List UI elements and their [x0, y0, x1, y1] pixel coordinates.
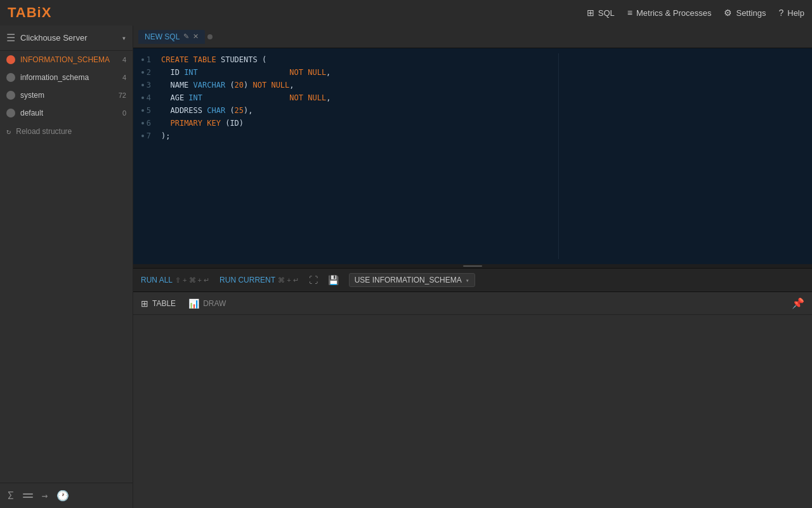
db-name: INFORMATION_SCHEMA — [20, 55, 117, 64]
db-count: 4 — [122, 56, 126, 64]
line-num-3: 3 — [138, 79, 151, 91]
tab-label: NEW SQL — [145, 32, 180, 41]
sidebar-server-header[interactable]: ☰ Clickhouse Server ▾ — [0, 25, 133, 51]
db-item-default[interactable]: default 0 — [0, 104, 133, 122]
db-icon — [6, 109, 15, 117]
run-all-button[interactable]: RUN ALL ⇧ + ⌘ + ↵ — [141, 276, 209, 284]
editor-right-panel — [558, 53, 812, 259]
pin-icon[interactable]: 📌 — [792, 297, 804, 309]
content-area: NEW SQL ✎ ✕ 1 2 3 4 5 6 7 CREATE TABLE S… — [133, 25, 812, 508]
sidebar-bottom-bar: Σ → 🕐 — [0, 483, 133, 508]
db-name: system — [20, 91, 114, 100]
line-num-5: 5 — [138, 104, 151, 117]
db-count: 0 — [122, 109, 126, 117]
db-icon — [6, 55, 15, 64]
sidebar: ☰ Clickhouse Server ▾ INFORMATION_SCHEMA… — [0, 25, 133, 508]
help-icon: ? — [778, 8, 783, 18]
line-num-6: 6 — [138, 117, 151, 130]
tab-new-sql[interactable]: NEW SQL ✎ ✕ — [138, 30, 205, 44]
sql-button[interactable]: ⊞ SQL — [587, 8, 615, 18]
chevron-down-icon: ▾ — [122, 34, 126, 43]
db-icon — [6, 91, 15, 100]
chart-icon: 📊 — [188, 298, 199, 309]
settings-label: Settings — [736, 8, 766, 18]
reload-structure-button[interactable]: ↻ Reload structure — [0, 122, 133, 141]
table-icon: ⊞ — [141, 298, 148, 309]
db-selector[interactable]: USE INFORMATION_SCHEMA ▾ — [349, 273, 475, 287]
sql-icon: ⊞ — [587, 8, 594, 18]
history-icon[interactable]: 🕐 — [56, 490, 69, 502]
reload-label: Reload structure — [16, 127, 72, 136]
run-all-label: RUN ALL — [141, 276, 173, 284]
sigma-icon[interactable]: Σ — [8, 490, 14, 502]
toolbar: RUN ALL ⇧ + ⌘ + ↵ RUN CURRENT ⌘ + ↵ ⛶ 💾 … — [133, 268, 812, 292]
db-count: 4 — [122, 74, 126, 81]
line-num-1: 1 — [138, 53, 151, 66]
settings-button[interactable]: ⚙ Settings — [724, 8, 766, 18]
result-tab-draw[interactable]: 📊 DRAW — [188, 298, 226, 309]
line-num-7: 7 — [138, 130, 151, 142]
db-icon — [6, 73, 15, 82]
topbar: TABiX ⊞ SQL ≡ Metrics & Processes ⚙ Sett… — [0, 0, 812, 25]
close-icon[interactable]: ✕ — [193, 32, 199, 41]
edit-icon[interactable]: ✎ — [183, 32, 189, 41]
db-selector-label: USE INFORMATION_SCHEMA — [355, 276, 462, 284]
result-tab-bar: ⊞ TABLE 📊 DRAW 📌 — [133, 292, 812, 315]
results-panel: ⊞ TABLE 📊 DRAW 📌 — [133, 292, 812, 508]
menu-icon: ☰ — [6, 32, 15, 44]
metrics-icon: ≡ — [627, 8, 632, 18]
app-logo: TABiX — [8, 4, 51, 21]
help-button[interactable]: ? Help — [778, 8, 804, 18]
arrow-right-icon[interactable]: → — [42, 490, 48, 502]
db-name: information_schema — [20, 73, 117, 82]
run-current-shortcut: ⌘ + ↵ — [278, 276, 299, 284]
result-area — [133, 315, 812, 508]
metrics-button[interactable]: ≡ Metrics & Processes — [627, 8, 712, 18]
result-tab-table[interactable]: ⊞ TABLE — [141, 298, 176, 309]
line-numbers: 1 2 3 4 5 6 7 — [133, 53, 156, 259]
save-button[interactable]: 💾 — [328, 275, 339, 285]
line-num-2: 2 — [138, 66, 151, 79]
reload-icon: ↻ — [6, 127, 11, 136]
line-num-4: 4 — [138, 91, 151, 104]
db-name: default — [20, 109, 117, 117]
db-item-information-schema-upper[interactable]: INFORMATION_SCHEMA 4 — [0, 51, 133, 69]
tab-loading-dot — [207, 34, 213, 39]
run-current-button[interactable]: RUN CURRENT ⌘ + ↵ — [219, 276, 299, 284]
help-label: Help — [787, 8, 804, 18]
tab-bar: NEW SQL ✎ ✕ — [133, 25, 812, 48]
db-item-system[interactable]: system 72 — [0, 86, 133, 104]
main-layout: ☰ Clickhouse Server ▾ INFORMATION_SCHEMA… — [0, 25, 812, 508]
lines-icon[interactable] — [23, 493, 33, 498]
db-count: 72 — [119, 91, 126, 99]
result-tab-draw-label: DRAW — [203, 299, 226, 308]
result-tab-table-label: TABLE — [152, 299, 176, 308]
sql-editor[interactable]: 1 2 3 4 5 6 7 CREATE TABLE STUDENTS ( ID… — [133, 48, 812, 264]
sql-label: SQL — [598, 8, 615, 18]
db-item-information-schema-lower[interactable]: information_schema 4 — [0, 69, 133, 86]
chevron-down-icon: ▾ — [466, 277, 469, 284]
expand-icon[interactable]: ⛶ — [309, 275, 318, 285]
server-label: Clickhouse Server — [20, 33, 117, 43]
metrics-label: Metrics & Processes — [636, 8, 711, 18]
run-current-label: RUN CURRENT — [219, 276, 275, 284]
editor-code[interactable]: CREATE TABLE STUDENTS ( ID INT NOT NULL,… — [156, 53, 558, 259]
run-all-shortcut: ⇧ + ⌘ + ↵ — [175, 276, 209, 284]
gear-icon: ⚙ — [724, 8, 732, 18]
